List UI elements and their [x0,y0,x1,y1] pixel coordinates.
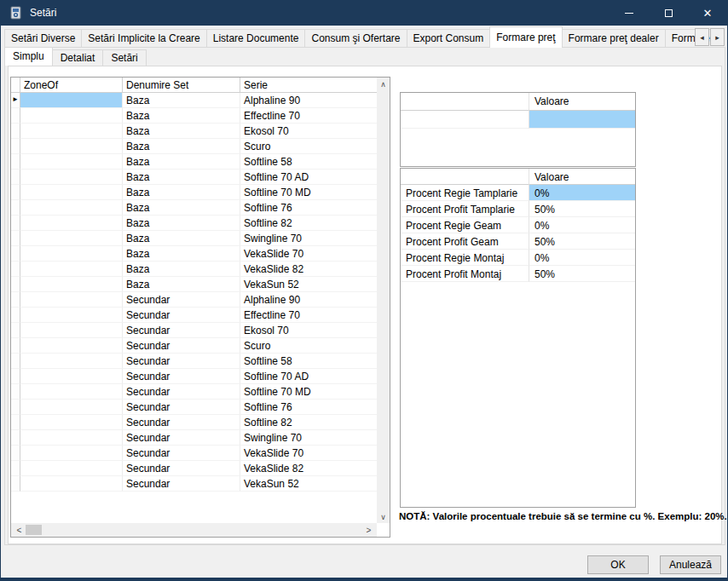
cell-zoneof[interactable] [20,384,123,400]
cell-serie[interactable]: VekaSlide 70 [240,446,377,461]
cell-denumire-set[interactable]: Baza [123,262,240,277]
percent-grid-label-cell[interactable]: Procent Profit Geam [401,233,529,250]
cell-serie[interactable]: Softline 58 [240,354,377,369]
cell-zoneof[interactable] [20,200,123,216]
cell-denumire-set[interactable]: Baza [123,246,240,262]
row-header-cell[interactable] [11,124,20,139]
percent-grid-value-cell[interactable]: 50% [529,233,635,250]
row-header-cell[interactable] [11,170,20,185]
cell-denumire-set[interactable]: Baza [123,154,240,170]
cell-denumire-set[interactable]: Secundar [123,354,240,369]
percent-grid-value-cell[interactable]: 50% [529,266,635,282]
row-indicator-icon[interactable]: ► [11,93,20,108]
cell-denumire-set[interactable]: Baza [123,277,240,292]
cell-denumire-set[interactable]: Baza [123,170,240,185]
row-header-cell[interactable] [11,246,20,262]
cell-zoneof[interactable] [20,430,123,446]
cell-denumire-set[interactable]: Baza [123,216,240,231]
cell-denumire-set[interactable]: Secundar [123,476,240,492]
main-tab-2[interactable]: Listare Documente [206,29,306,48]
cell-denumire-set[interactable]: Baza [123,185,240,200]
cell-denumire-set[interactable]: Baza [123,231,240,246]
cell-zoneof[interactable] [20,93,123,108]
cell-serie[interactable]: Ekosol 70 [240,124,377,139]
main-tab-4[interactable]: Export Consum [407,29,491,48]
cell-serie[interactable]: Effectline 70 [240,308,377,323]
percent-grid-label-cell[interactable]: Procent Regie Montaj [401,250,529,266]
row-header-cell[interactable] [11,476,20,492]
cell-serie[interactable]: VekaSlide 82 [240,461,377,476]
main-tab-1[interactable]: Setări Implicite la Creare [81,29,206,48]
cell-denumire-set[interactable]: Baza [123,93,240,108]
main-tab-6[interactable]: Formare preţ dealer [562,29,666,48]
sub-tab-2[interactable]: Setări [102,49,146,66]
cell-serie[interactable]: VekaSun 52 [240,277,377,292]
percent-grid-value-cell[interactable]: 0% [529,217,635,233]
cell-zoneof[interactable] [20,262,123,277]
row-header-cell[interactable] [11,308,20,323]
row-header-cell[interactable] [11,185,20,200]
cell-serie[interactable]: Ekosol 70 [240,323,377,338]
cell-zoneof[interactable] [20,139,123,154]
cell-denumire-set[interactable]: Baza [123,200,240,216]
cell-denumire-set[interactable]: Baza [123,139,240,154]
cell-denumire-set[interactable]: Secundar [123,292,240,308]
cell-serie[interactable]: Scuro [240,338,377,354]
ok-button[interactable]: OK [587,555,649,574]
main-tab-5[interactable]: Formare preţ [489,26,562,48]
cell-denumire-set[interactable]: Secundar [123,323,240,338]
cell-serie[interactable]: Swingline 70 [240,430,377,446]
row-header-cell[interactable] [11,262,20,277]
cell-serie[interactable]: VekaSlide 82 [240,262,377,277]
row-header-cell[interactable] [11,415,20,430]
row-header-cell[interactable] [11,216,20,231]
cell-denumire-set[interactable]: Secundar [123,430,240,446]
main-tab-3[interactable]: Consum şi Ofertare [304,29,407,48]
cell-denumire-set[interactable]: Secundar [123,384,240,400]
cell-serie[interactable]: Effectline 70 [240,108,377,124]
row-header-cell[interactable] [11,461,20,476]
row-header-cell[interactable] [11,139,20,154]
percent-grid-value-cell[interactable]: 50% [529,201,635,217]
cancel-button[interactable]: Anulează [660,555,721,574]
cell-zoneof[interactable] [20,461,123,476]
main-tab-0[interactable]: Setări Diverse [4,29,82,48]
cell-zoneof[interactable] [20,246,123,262]
sub-tab-0[interactable]: Simplu [4,47,53,66]
cell-zoneof[interactable] [20,154,123,170]
cell-zoneof[interactable] [20,124,123,139]
scroll-right-icon[interactable]: > [362,523,375,537]
cell-denumire-set[interactable]: Baza [123,108,240,124]
cell-denumire-set[interactable]: Secundar [123,369,240,384]
percent-grid-value-cell[interactable]: 0% [529,185,635,201]
row-header-cell[interactable] [11,277,20,292]
percent-grid-label-cell[interactable]: Procent Profit Tamplarie [401,201,529,217]
row-header-cell[interactable] [11,108,20,124]
tab-scroll-left-button[interactable]: ◂ [695,28,709,46]
cell-serie[interactable]: Softline 70 AD [240,170,377,185]
hscrollbar-thumb[interactable] [26,525,42,535]
cell-serie[interactable]: Alphaline 90 [240,292,377,308]
row-header-cell[interactable] [11,323,20,338]
tab-scroll-right-button[interactable]: ▸ [710,28,725,46]
cell-zoneof[interactable] [20,338,123,354]
row-header-cell[interactable] [11,354,20,369]
cell-zoneof[interactable] [20,476,123,492]
top-grid-valoare-header[interactable]: Valoare [529,93,635,111]
row-header-cell[interactable] [11,200,20,216]
percent-grid-label-cell[interactable]: Procent Profit Montaj [401,266,529,282]
sub-tab-1[interactable]: Detaliat [52,49,104,66]
cell-denumire-set[interactable]: Secundar [123,461,240,476]
row-header-cell[interactable] [11,446,20,461]
row-header-cell[interactable] [11,400,20,415]
cell-serie[interactable]: VekaSun 52 [240,476,377,492]
cell-zoneof[interactable] [20,170,123,185]
cell-serie[interactable]: Softline 70 AD [240,369,377,384]
cell-denumire-set[interactable]: Secundar [123,400,240,415]
row-header-cell[interactable] [11,292,20,308]
scroll-down-icon[interactable]: ∨ [377,510,390,523]
cell-zoneof[interactable] [20,415,123,430]
row-header-cell[interactable] [11,154,20,170]
cell-serie[interactable]: Softline 82 [240,415,377,430]
cell-zoneof[interactable] [20,308,123,323]
